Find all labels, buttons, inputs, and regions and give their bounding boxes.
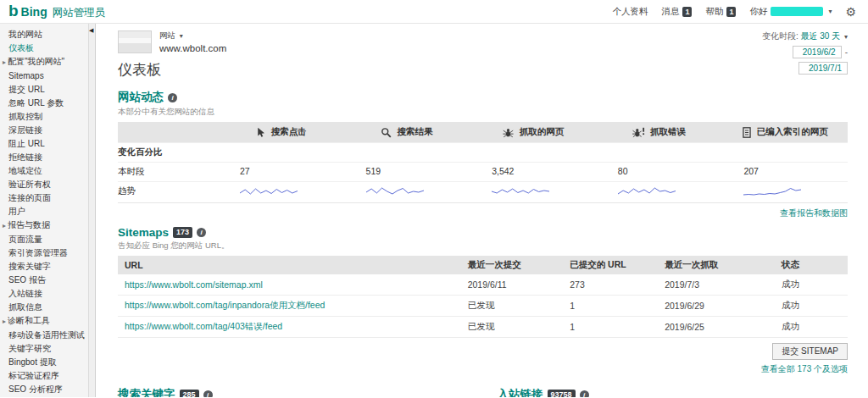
bing-logo[interactable]: b Bing 网站管理员 — [8, 3, 105, 20]
sidebar-item-label: 诊断和工具 — [8, 316, 50, 325]
sidebar-item-label: 我的网站 — [8, 30, 42, 39]
table-cell: https://www.wbolt.com/sitemap.xml — [118, 274, 461, 296]
sidebar-item-label: 搜索关键字 — [8, 262, 51, 271]
table-cell: 1 — [563, 317, 658, 338]
row-label-change-percent: 变化百分比 — [118, 142, 218, 162]
table-link[interactable]: https://www.wbolt.com/tag/403错误/feed — [125, 321, 282, 331]
sidebar-item-1[interactable]: 仪表板 — [0, 41, 88, 55]
activity-subtitle: 本部分中有关您网站的信息 — [118, 107, 848, 118]
sidebar-item-17[interactable]: 搜索关键字 — [0, 260, 88, 274]
metric-header-search-results: 搜索结果 — [344, 122, 470, 142]
spider-icon — [502, 127, 515, 138]
info-icon[interactable]: i — [203, 390, 213, 398]
date-to-input[interactable]: 2019/7/1 — [798, 62, 848, 75]
sidebar-item-12[interactable]: 连接的页面 — [0, 191, 88, 205]
sidebar-collapse-strip[interactable]: ◀ — [88, 24, 96, 397]
gear-icon[interactable]: ⚙ — [845, 5, 856, 19]
sidebar-item-label: 深层链接 — [8, 125, 42, 135]
table-cell: 273 — [563, 274, 658, 296]
column-header: 最近一次抓取 — [658, 256, 775, 274]
metric-value: 3,542 — [470, 162, 596, 181]
metric-label: 搜索点击 — [271, 126, 307, 138]
sidebar-item-11[interactable]: 验证所有权 — [0, 178, 88, 191]
table-link[interactable]: https://www.wbolt.com/tag/inpandora使用文档/… — [125, 300, 325, 310]
sidebar-item-20[interactable]: 抓取信息 — [0, 301, 88, 314]
date-from-input[interactable]: 2019/6/2 — [793, 46, 842, 58]
sidebar-item-16[interactable]: 索引资源管理器 — [0, 246, 88, 260]
sidebar-item-8[interactable]: 阻止 URL — [0, 137, 88, 151]
table-cell: 2019/6/11 — [461, 274, 564, 296]
metric-value: 80 — [596, 162, 722, 181]
sidebar: 我的网站仪表板▸配置"我的网站"Sitemaps提交 URL忽略 URL 参数抓… — [0, 24, 88, 397]
submit-sitemap-button[interactable]: 提交 SITEMAP — [772, 343, 848, 360]
sidebar-item-6[interactable]: 抓取控制 — [0, 110, 88, 124]
page-title: 仪表板 — [118, 60, 226, 80]
sidebar-item-21[interactable]: ▸诊断和工具 — [0, 314, 88, 329]
sidebar-item-label: 地域定位 — [8, 166, 42, 175]
site-meta: 网站 ▾ www.wbolt.com — [159, 30, 226, 53]
sitemaps-title: Sitemaps — [118, 226, 169, 239]
trend-sparkline — [743, 185, 801, 197]
table-link[interactable]: https://www.wbolt.com/sitemap.xml — [125, 279, 263, 290]
sitemaps-section: Sitemaps 173 i 告知必应 Bing 您的网站 URL。 URL最近… — [118, 226, 848, 375]
sidebar-item-24[interactable]: Bingbot 提取 — [0, 356, 88, 369]
site-block: 网站 ▾ www.wbolt.com — [118, 30, 226, 53]
sidebar-item-label: SEO 报告 — [8, 275, 46, 285]
sidebar-item-25[interactable]: 标记验证程序 — [0, 369, 88, 383]
user-menu[interactable]: 你好 ▾ — [749, 6, 832, 18]
sidebar-item-22[interactable]: 移动设备适用性测试 — [0, 329, 88, 342]
sidebar-item-2[interactable]: ▸配置"我的网站" — [0, 55, 88, 69]
sidebar-item-10[interactable]: 地域定位 — [0, 164, 88, 178]
info-icon[interactable]: i — [580, 390, 589, 398]
sidebar-item-label: SEO 分析程序 — [8, 384, 63, 394]
help-count-badge: 1 — [726, 7, 736, 17]
section-caret-icon: ▸ — [3, 318, 6, 325]
sidebar-item-3[interactable]: Sitemaps — [0, 69, 88, 83]
sidebar-item-9[interactable]: 拒绝链接 — [0, 151, 88, 164]
sidebar-item-26[interactable]: SEO 分析程序 — [0, 383, 88, 396]
inbound-title: 入站链接 — [498, 387, 543, 397]
trend-sparkline — [618, 185, 676, 197]
activity-footer: 查看报告和数据图 — [118, 207, 848, 219]
table-cell: 成功 — [775, 274, 848, 296]
sidebar-item-label: 报告与数据 — [8, 220, 50, 229]
chevron-down-icon: ▾ — [180, 32, 183, 40]
period-block: 变化时段: 最近 30 天 ▾ 2019/6/2 - 2019/7/1 — [762, 30, 848, 83]
sidebar-item-18[interactable]: SEO 报告 — [0, 274, 88, 287]
trend-sparkline — [240, 185, 298, 197]
info-icon[interactable]: i — [168, 93, 177, 102]
sidebar-item-0[interactable]: 我的网站 — [0, 28, 88, 41]
table-cell: 2019/6/25 — [658, 317, 775, 338]
view-reports-link[interactable]: 查看报告和数据图 — [780, 208, 848, 218]
period-selector[interactable]: 变化时段: 最近 30 天 ▾ — [762, 30, 848, 42]
sidebar-item-4[interactable]: 提交 URL — [0, 83, 88, 97]
sidebar-item-15[interactable]: 页面流量 — [0, 233, 88, 246]
sidebar-item-7[interactable]: 深层链接 — [0, 124, 88, 137]
help-link[interactable]: 帮助 1 — [705, 6, 736, 18]
site-selector[interactable]: 网站 ▾ — [159, 30, 226, 41]
info-icon[interactable]: i — [197, 228, 206, 237]
sidebar-item-label: 阻止 URL — [8, 139, 45, 148]
messages-link[interactable]: 消息 1 — [661, 6, 692, 18]
table-row: https://www.wbolt.com/tag/403错误/feed已发现1… — [118, 317, 848, 338]
view-all-sitemaps-link[interactable]: 查看全部 173 个及选项 — [761, 363, 848, 375]
sidebar-item-13[interactable]: 用户 — [0, 205, 88, 218]
site-thumbnail — [118, 30, 152, 53]
trend-sparkline — [492, 185, 549, 197]
table-cell: 2019/7/3 — [658, 274, 775, 296]
sidebar-item-19[interactable]: 入站链接 — [0, 287, 88, 301]
search-keywords-section: 搜索关键字 285 i 自然搜索中排在最前面的关键字 关键字搜索点击搜索结果gz… — [118, 380, 469, 397]
sidebar-item-label: 拒绝链接 — [8, 152, 42, 162]
column-header: 已提交的 URL — [563, 256, 658, 274]
table-cell: 已发现 — [461, 317, 564, 338]
sidebar-item-23[interactable]: 关键字研究 — [0, 342, 88, 356]
keywords-title: 搜索关键字 — [118, 387, 175, 397]
profile-link[interactable]: 个人资料 — [612, 6, 648, 18]
table-header-row: URL最近一次提交已提交的 URL最近一次抓取状态 — [118, 256, 848, 274]
site-url: www.wbolt.com — [159, 43, 226, 53]
metric-label: 搜索结果 — [397, 126, 432, 138]
table-cell: 已发现 — [461, 296, 564, 317]
sidebar-item-14[interactable]: ▸报告与数据 — [0, 218, 88, 233]
sidebar-item-5[interactable]: 忽略 URL 参数 — [0, 97, 88, 110]
cursor-click-icon — [255, 127, 266, 138]
